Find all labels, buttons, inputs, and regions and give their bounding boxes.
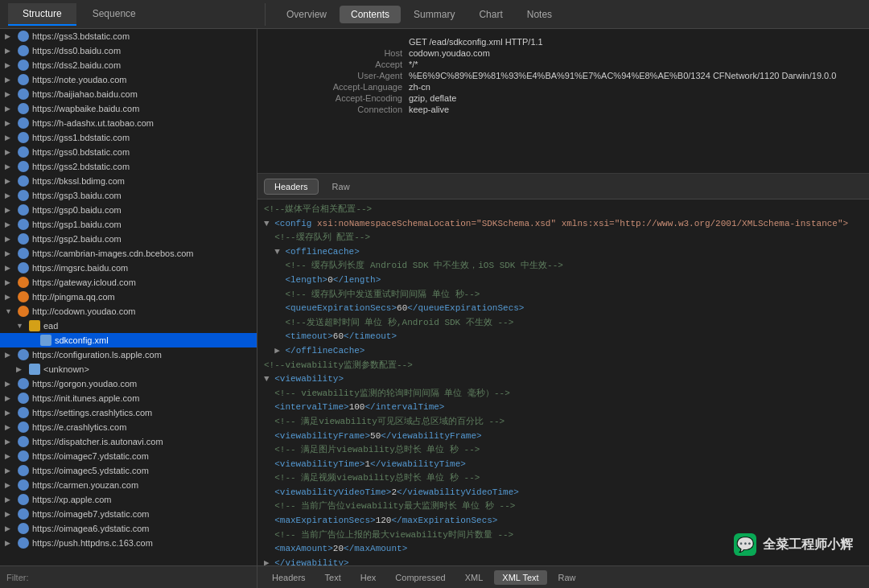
bottom-tab-text[interactable]: Text <box>317 570 349 585</box>
sidebar-item[interactable]: ▶https://e.crashlytics.com <box>0 420 257 434</box>
sidebar-item[interactable]: ▶https://h-adashx.ut.taobao.com <box>0 116 257 130</box>
sidebar-item-label: http://codown.youdao.com <box>32 306 135 316</box>
sidebar-item[interactable]: ▶https://baijiahao.baidu.com <box>0 87 257 101</box>
bottom-tab-hex[interactable]: Hex <box>352 570 385 585</box>
sidebar-item[interactable]: ▶https://gss1.bdstatic.com <box>0 130 257 145</box>
expand-arrow-icon: ▶ <box>5 220 14 228</box>
sidebar-item[interactable]: ▶https://gss0.bdstatic.com <box>0 145 257 159</box>
sidebar-item[interactable]: ▶https://bkssl.bdimg.com <box>0 174 257 188</box>
sidebar-item[interactable]: ▼ead <box>0 319 257 333</box>
sidebar-item[interactable]: ▶https://oimageb7.ydstatic.com <box>0 507 257 521</box>
xml-line: <length>0</length> <box>264 273 863 288</box>
content-tab-headers[interactable]: Headers <box>264 179 319 195</box>
sidebar-item[interactable]: ▶https://gsp2.baidu.com <box>0 232 257 246</box>
xml-close-tag: </viewabilityVideoTime> <box>397 487 519 497</box>
bottom-tab-xml-text[interactable]: XML Text <box>494 570 546 585</box>
sidebar-item[interactable]: ▶https://xp.apple.com <box>0 492 257 507</box>
xml-close-tag: </offlineCache> <box>285 346 364 356</box>
sidebar-item[interactable]: ▶http://pingma.qq.com <box>0 290 257 304</box>
http-method-key <box>274 37 402 47</box>
sidebar-item[interactable]: ▶https://oimagec5.ydstatic.com <box>0 463 257 478</box>
sidebar-item-label: ead <box>43 321 58 331</box>
xml-text: 0 <box>327 275 333 285</box>
xml-line: <viewabilityFrame>50</viewabilityFrame> <box>264 430 863 444</box>
right-panel: GET /ead/sdkconfig.xml HTTP/1.1 Hostcodo… <box>257 29 869 588</box>
sidebar-item[interactable]: ▼http://codown.youdao.com <box>0 304 257 319</box>
globe-icon <box>18 306 29 317</box>
expand-arrow-icon: ▶ <box>5 510 14 518</box>
bottom-tab-headers[interactable]: Headers <box>264 570 314 585</box>
bottom-tab-xml[interactable]: XML <box>457 570 492 585</box>
filter-input[interactable] <box>32 573 251 582</box>
xml-close-tag: </length> <box>333 275 381 285</box>
bottom-tab-compressed[interactable]: Compressed <box>387 570 453 585</box>
expand-arrow-icon: ▼ <box>5 307 14 315</box>
filter-label: Filter: <box>6 573 29 582</box>
sidebar-item[interactable]: ▶https://gorgon.youdao.com <box>0 376 257 391</box>
sidebar-item[interactable]: ▶https://configuration.ls.apple.com <box>0 347 257 362</box>
xml-close-tag: </viewability> <box>274 558 348 565</box>
xml-text: 60 <box>397 303 407 313</box>
sidebar-item[interactable]: ▶https://gss2.bdstatic.com <box>0 159 257 174</box>
content-tab-raw[interactable]: Raw <box>322 179 360 195</box>
tab-structure[interactable]: Structure <box>8 3 76 26</box>
sidebar-item[interactable]: ▶https://dispatcher.is.autonavi.com <box>0 434 257 449</box>
sidebar-item[interactable]: ▶https://settings.crashlytics.com <box>0 405 257 420</box>
tab-summary[interactable]: Summary <box>402 6 466 23</box>
expand-arrow-icon: ▶ <box>16 365 26 373</box>
xml-comment: <!-- viewability监测的轮询时间间隔 单位 毫秒）--> <box>264 389 510 398</box>
xml-close-tag: </timeout> <box>344 331 397 341</box>
sidebar-item[interactable]: ▶https://init.itunes.apple.com <box>0 391 257 405</box>
sidebar-item[interactable]: ▶https://note.youdao.com <box>0 72 257 87</box>
sidebar-item[interactable]: ▶https://gsp1.baidu.com <box>0 217 257 232</box>
http-row: Accept-Encodinggzip, deflate <box>274 93 853 103</box>
sidebar-item-label: https://init.itunes.apple.com <box>32 393 139 403</box>
globe-icon <box>18 277 29 288</box>
expand-arrow-icon: ▶ <box>5 539 14 547</box>
globe-icon <box>18 494 29 505</box>
xml-open-tag: <viewability> <box>274 374 344 384</box>
sidebar-item[interactable]: sdkconfig.xml <box>0 333 257 347</box>
globe-icon <box>29 320 40 331</box>
xml-line: <!-- 缓存队列中发送重试时间间隔 单位 秒--> <box>264 288 863 302</box>
tab-chart[interactable]: Chart <box>467 6 513 23</box>
expand-icon[interactable]: ▼ <box>274 247 285 257</box>
collapse-icon[interactable]: ▶ <box>274 346 285 356</box>
expand-icon[interactable]: ▼ <box>264 219 274 228</box>
xml-comment: <!-- 满足图片viewability总时长 单位 秒 --> <box>264 445 480 454</box>
globe-icon <box>18 248 29 259</box>
expand-arrow-icon: ▶ <box>5 119 14 127</box>
tab-overview[interactable]: Overview <box>275 6 338 23</box>
xml-line: <!-- 缓存队列长度 Android SDK 中不生效，iOS SDK 中生效… <box>264 259 863 273</box>
http-rows: Hostcodown.youdao.comAccept*/*User-Agent… <box>274 48 853 114</box>
expand-arrow-icon: ▶ <box>5 61 14 69</box>
tab-contents[interactable]: Contents <box>340 6 401 23</box>
http-row-value: %E6%9C%89%E9%81%93%E4%BA%91%E7%AC%94%E8%… <box>409 71 836 80</box>
xml-line: <!--发送超时时间 单位 秒,Android SDK 不生效 --> <box>264 316 863 331</box>
tab-sequence[interactable]: Sequence <box>78 3 150 26</box>
sidebar-item-label: https://oimagec5.ydstatic.com <box>32 466 149 475</box>
sidebar-item[interactable]: ▶https://dss2.baidu.com <box>0 58 257 72</box>
xml-line: <!-- 满足视频viewability总时长 单位 秒 --> <box>264 471 863 486</box>
sidebar-item[interactable]: ▶https://cambrian-images.cdn.bcebos.com <box>0 246 257 261</box>
xml-line: <!-- 满足图片viewability总时长 单位 秒 --> <box>264 443 863 458</box>
bottom-tab-raw[interactable]: Raw <box>550 570 584 585</box>
tab-notes[interactable]: Notes <box>516 6 563 23</box>
sidebar-item[interactable]: ▶https://dss0.baidu.com <box>0 43 257 58</box>
sidebar-item[interactable]: ▶https://oimagea6.ydstatic.com <box>0 521 257 536</box>
collapse-icon[interactable]: ▶ <box>264 558 274 565</box>
sidebar-item[interactable]: ▶https://gsp0.baidu.com <box>0 203 257 217</box>
sidebar-item[interactable]: ▶https://carmen.youzan.com <box>0 478 257 492</box>
sidebar-item[interactable]: ▶https://oimagec7.ydstatic.com <box>0 449 257 463</box>
sidebar-item[interactable]: ▶https://gateway.icloud.com <box>0 275 257 290</box>
expand-icon[interactable]: ▼ <box>264 374 274 384</box>
xml-text: 20 <box>333 544 344 553</box>
sidebar-item[interactable]: ▶https://gss3.bdstatic.com <box>0 29 257 43</box>
sidebar-item[interactable]: ▶https://push.httpdns.c.163.com <box>0 536 257 550</box>
sidebar-item[interactable]: ▶https://wapbaike.baidu.com <box>0 101 257 116</box>
globe-icon <box>18 88 29 100</box>
sidebar-item[interactable]: ▶https://gsp3.baidu.com <box>0 188 257 203</box>
xml-area[interactable]: <!--媒体平台相关配置-->▼ <config xsi:noNamespace… <box>257 199 869 565</box>
sidebar-item[interactable]: ▶https://imgsrc.baidu.com <box>0 261 257 275</box>
sidebar-item[interactable]: ▶<unknown> <box>0 362 257 376</box>
